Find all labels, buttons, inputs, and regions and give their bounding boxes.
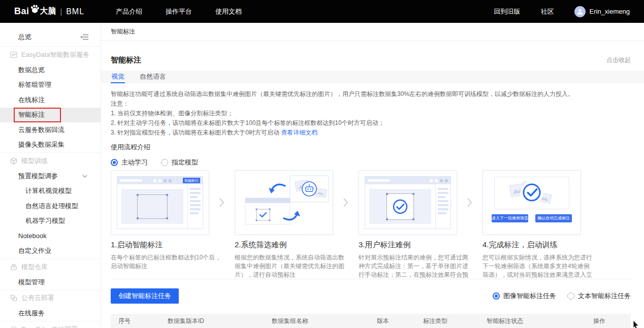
sidebar-item-camera-collect[interactable]: 摄像头数据采集 (0, 138, 101, 153)
image-canvas (121, 189, 183, 224)
step-3-desc: 针对展示预标注结果的难例，您可通过两种方式完成标注：第一，基于单张图片进行手动标… (359, 253, 469, 279)
sidebar-item-custom-job[interactable]: 自定义作业 (0, 244, 101, 259)
logo-text-brain: 大脑 (40, 6, 56, 17)
logo-separator: | (60, 8, 62, 16)
collapse-sidebar-icon[interactable] (80, 34, 89, 41)
radio-checked-icon (111, 159, 118, 166)
check-circle-icon (392, 199, 408, 215)
logo-text-bml: BML (66, 7, 84, 16)
page-title: 智能标注 (111, 55, 141, 65)
nav-item-product-intro[interactable]: 产品介绍 (116, 7, 142, 16)
col-annotation-type: 标注类型 (423, 317, 487, 325)
flow-card-user-annotate (359, 170, 457, 235)
image-canvas (369, 189, 431, 224)
step-4: 4.完成标注，启动训练 您可以根据实际情况，选择系统为您进行下一轮难例筛选（系统… (482, 240, 593, 279)
note-3: 3. 针对指定模型任务，该功能将在未标图片数大于0时方可启动 查看详细文档 (111, 128, 631, 138)
view-docs-link[interactable]: 查看详细文档 (281, 129, 317, 136)
chevron-down-icon (82, 175, 87, 178)
public-cloud-deploy-icon (10, 294, 17, 302)
sidebar-item-model-mgmt[interactable]: 模型管理 (0, 275, 101, 290)
filter-cycle-illustration (235, 171, 333, 235)
sidebar-item-ml-model[interactable]: 机器学习模型 (0, 214, 101, 229)
sidebar-item-nlp-model[interactable]: 自然语言处理模型 (0, 199, 101, 214)
sidebar-item-online-annotation[interactable]: 在线标注 (0, 92, 101, 108)
selection-box-check (387, 193, 414, 220)
sidebar-item-smart-annotation[interactable]: 智能标注 (0, 108, 101, 123)
flow-card-system-filter (235, 170, 333, 235)
sidebar-item-cloud-data-return[interactable]: 云服务数据回流 (0, 122, 101, 138)
nav-menu: 产品介绍 操作平台 使用文档 (116, 7, 242, 16)
flow-card-start-annotation: 智能标注 (111, 170, 209, 235)
col-operations: 操作 (593, 317, 631, 325)
step-2-desc: 根据您的数据集情况，系统自动筛选出数据集中难例图片（最关键需优先标注的图片），进… (235, 253, 345, 279)
flow-cards-row: 智能标注 (111, 170, 631, 235)
nav-item-platform[interactable]: 操作平台 (166, 7, 192, 16)
intro-block: 智能标注功能可通过系统自动筛选出数据集中难例图片（最关键需优先标注的图片），用户… (101, 83, 644, 138)
radio-unchecked-icon (567, 292, 574, 300)
step-1: 1.启动智能标注 在每个标签的已标注框数都达到10个后，启动智能标注 (111, 240, 221, 279)
note-2: 2. 针对主动学习任务，该功能将在未标图片数大于100且每个标签的标注框数都达到… (111, 118, 631, 128)
sidebar-item-labelgroup-mgmt[interactable]: 标签组管理 (0, 78, 101, 93)
finish-illustration-panel (494, 177, 569, 209)
mock-browser-window (365, 176, 451, 229)
flow-arrow-icon (457, 198, 482, 207)
selection-box (137, 194, 168, 219)
back-to-old-link[interactable]: 回到旧版 (494, 7, 521, 16)
sidebar-item-overview[interactable]: 总览 (18, 32, 31, 42)
step-3-title: 3.用户标注难例 (359, 240, 469, 250)
note-1: 1. 当前仅支持物体检测、图像分割标注类型； (111, 109, 631, 118)
sidebar-section-model-repo: 模型仓库 (0, 259, 101, 275)
finish-buttons-row: 进入下一轮难例筛选 确认自动完成标注 (492, 214, 572, 222)
intro-text: 智能标注功能可通过系统自动筛选出数据集中难例图片（最关键需优先标注的图片），用户… (111, 89, 631, 99)
community-link[interactable]: 社区 (541, 7, 554, 16)
create-smart-annotation-task-button[interactable]: 创建智能标注任务 (111, 288, 179, 304)
baidu-bml-logo[interactable]: Bai 大脑 | BML (14, 4, 84, 19)
flow-intro-title: 使用流程介绍 (101, 143, 644, 152)
sidebar-item-online-service[interactable]: 在线服务 (0, 306, 101, 321)
radio-specified-model[interactable]: 指定模型 (161, 158, 198, 167)
sidebar-item-notebook[interactable]: Notebook (0, 228, 101, 244)
note-title: 注意： (111, 99, 631, 109)
radio-checked-icon (493, 292, 500, 300)
col-version: 版本 (377, 317, 423, 325)
confirm-auto-finish-button: 确认自动完成标注 (535, 214, 572, 222)
radio-active-learning[interactable]: 主动学习 (111, 158, 148, 167)
baidu-paw-icon (30, 4, 40, 16)
mock-browser-window: 智能标注 (117, 176, 203, 229)
next-round-filter-button: 进入下一轮难例筛选 (492, 214, 528, 222)
sidebar-item-cv-model[interactable]: 计算机视觉模型 (0, 184, 101, 199)
radio-unchecked-icon (161, 159, 168, 166)
user-menu[interactable]: Erin_xiemeng (574, 6, 630, 17)
step-4-title: 4.完成标注，启动训练 (482, 240, 593, 250)
radio-image-task[interactable]: 图像智能标注任务 (493, 291, 556, 301)
flow-card-finish-training: 进入下一轮难例筛选 确认自动完成标注 (482, 170, 581, 235)
radio-text-task[interactable]: 文本智能标注任务 (567, 291, 631, 301)
sidebar-section-easyedge: EasyEdge本地部署 (0, 321, 101, 328)
sidebar-section-easydata: EasyData智能数据服务 (0, 47, 101, 62)
mode-radio-group: 主动学习 指定模型 (101, 158, 644, 167)
step-2-title: 2.系统筛选难例 (235, 240, 345, 250)
collapse-panel-link[interactable]: 点击收起 (606, 56, 631, 64)
smart-annotation-badge: 智能标注 (183, 178, 200, 183)
sidebar-group-model-training: 模型训练 预置模型调参 计算机视觉模型 自然语言处理模型 机器学习模型 Note… (0, 152, 101, 258)
flow-steps-row: 1.启动智能标注 在每个标签的已标注框数都达到10个后，启动智能标注 2.系统筛… (111, 240, 631, 279)
sidebar-item-preset-model-tuning[interactable]: 预置模型调参 (0, 169, 101, 184)
main-content: 智能标注 智能标注 点击收起 视觉 自然语言 智能标注功能可通过系统自动筛选出数… (101, 23, 644, 328)
finish-check-illustration (495, 178, 569, 208)
col-smart-annotation-status: 智能标注状态 (487, 317, 593, 325)
sidebar-group-model-repo: 模型仓库 模型管理 (0, 258, 101, 290)
tab-vision[interactable]: 视觉 (111, 71, 125, 83)
nav-right: 回到旧版 社区 Erin_xiemeng (474, 6, 630, 17)
sidebar-section-model-training: 模型训练 (0, 153, 101, 169)
step-1-desc: 在每个标签的已标注框数都达到10个后，启动智能标注 (111, 253, 221, 271)
sidebar: 总览 EasyData智能数据服务 数据总览 标签组管理 在线标注 智能标 (0, 23, 101, 328)
tab-nlp[interactable]: 自然语言 (139, 71, 167, 83)
nav-item-docs[interactable]: 使用文档 (215, 7, 242, 16)
top-navbar: Bai 大脑 | BML 产品介绍 操作平台 使用文档 回到旧版 社区 (0, 0, 644, 23)
sidebar-section-public-cloud: 公有云部署 (0, 290, 101, 306)
sidebar-item-data-overview[interactable]: 数据总览 (0, 62, 101, 78)
col-serial: 序号 (118, 317, 168, 325)
user-avatar (574, 6, 586, 17)
step-2: 2.系统筛选难例 根据您的数据集情况，系统自动筛选出数据集中难例图片（最关键需优… (235, 240, 345, 279)
flow-arrow-icon (209, 198, 235, 207)
